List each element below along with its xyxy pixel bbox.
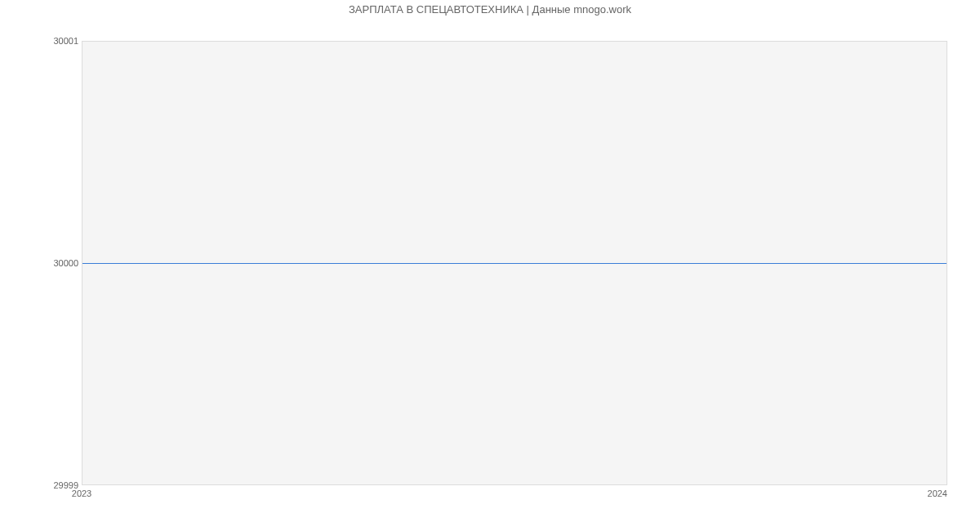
ytick-top: 30001 xyxy=(53,36,78,46)
chart-title: ЗАРПЛАТА В СПЕЦАВТОТЕХНИКА | Данные mnog… xyxy=(0,3,980,16)
plot-area xyxy=(82,41,947,485)
xtick-left: 2023 xyxy=(72,489,91,498)
ytick-mid: 30000 xyxy=(53,258,78,268)
data-line xyxy=(82,263,947,264)
xtick-right: 2024 xyxy=(928,489,947,498)
chart-container: ЗАРПЛАТА В СПЕЦАВТОТЕХНИКА | Данные mnog… xyxy=(0,0,980,531)
